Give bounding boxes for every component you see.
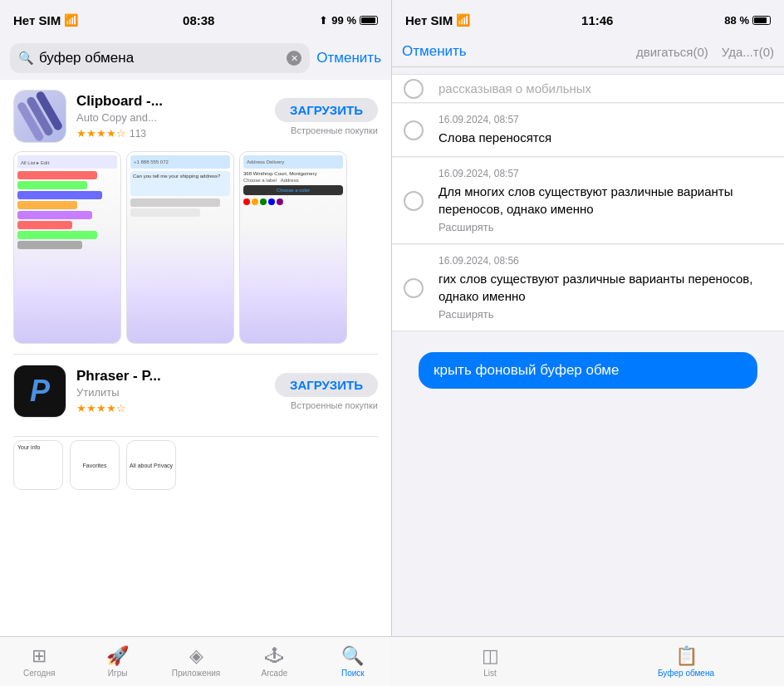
left-carrier-info: Нет SIM 📶 — [13, 13, 78, 27]
get-button-col-phraser: ЗАГРУЗИТЬ Встроенные покупки — [275, 373, 378, 410]
right-time: 11:46 — [581, 13, 613, 27]
right-panel: Нет SIM 📶 11:46 88 % Отменить двигаться(… — [392, 0, 784, 686]
clip-radio[interactable] — [404, 278, 424, 298]
stars-row: ★★★★☆ — [76, 402, 265, 414]
get-button-clipboard[interactable]: ЗАГРУЗИТЬ — [275, 98, 378, 122]
right-carrier-info: Нет SIM 📶 — [405, 13, 470, 27]
games-icon: 🚀 — [106, 645, 129, 667]
phraser-logo: P — [30, 374, 50, 409]
app-screenshots: All List ▸ Edit +1 888 555 072 C — [13, 151, 378, 344]
tab-apps[interactable]: ◈ Приложения — [157, 637, 235, 686]
search-cancel-button[interactable]: Отменить — [316, 50, 381, 66]
list-item: 16.09.2024, 08:57 Слова переносятся — [392, 104, 784, 157]
app-icon-phraser[interactable]: P — [13, 365, 66, 418]
apps-icon: ◈ — [189, 645, 203, 667]
list-tab-icon: ◫ — [482, 645, 499, 667]
tab-today-label: Сегодня — [23, 669, 55, 678]
app-item-main: Clipboard -... Auto Copy and... ★★★★☆ 11… — [13, 90, 378, 143]
tab-search-label: Поиск — [341, 669, 365, 678]
toolbar-move-button[interactable]: двигаться(0) — [636, 45, 708, 59]
app-name: Phraser - P... — [76, 368, 265, 385]
clip-date: 16.09.2024, 08:57 — [439, 114, 771, 125]
list-item: 16.09.2024, 08:57 Для многих слов сущест… — [392, 158, 784, 244]
right-toolbar: Отменить двигаться(0) Уда...т(0) — [392, 37, 784, 67]
buffer-tab-icon: 📋 — [675, 645, 698, 667]
tab-games[interactable]: 🚀 Игры — [78, 637, 156, 686]
today-icon: ⊞ — [32, 645, 47, 667]
status-bar-left: Нет SIM 📶 08:38 ⬆ 99 % — [0, 0, 391, 37]
left-carrier: Нет SIM — [13, 13, 61, 27]
search-input[interactable]: буфер обмена — [39, 50, 282, 66]
status-bar-right: Нет SIM 📶 11:46 88 % — [392, 0, 784, 37]
right-battery-icon — [752, 16, 771, 25]
search-icon: 🔍 — [18, 51, 34, 66]
clip-text: Для многих слов существуют различные вар… — [439, 183, 771, 218]
toolbar-delete-button[interactable]: Уда...т(0) — [722, 45, 774, 59]
tab-arcade[interactable]: 🕹 Arcade — [235, 637, 313, 686]
list-item: 16.09.2024, 08:56 гих слов существуют ра… — [392, 245, 784, 331]
clip-expand[interactable]: Расширять — [439, 221, 771, 233]
right-wifi-icon: 📶 — [456, 13, 470, 27]
tab-arcade-label: Arcade — [262, 669, 288, 678]
clip-radio[interactable] — [404, 120, 424, 140]
tab-today[interactable]: ⊞ Сегодня — [0, 637, 78, 686]
clip-text: рассказывая о мобильных — [439, 80, 771, 97]
right-carrier: Нет SIM — [405, 13, 453, 27]
clear-search-button[interactable]: ✕ — [287, 51, 301, 66]
get-button-col: ЗАГРУЗИТЬ Встроенные покупки — [275, 98, 378, 135]
toolbar-cancel-button[interactable]: Отменить — [402, 43, 467, 60]
right-tab-buffer-label: Буфер обмена — [658, 669, 714, 678]
app-info-phraser: Phraser - P... Утилиты ★★★★☆ — [76, 368, 265, 414]
right-bottom-tabs: ◫ List 📋 Буфер обмена — [392, 636, 784, 686]
left-battery-pct: 99 % — [331, 14, 356, 27]
clip-date: 16.09.2024, 08:56 — [439, 255, 771, 267]
left-panel: Нет SIM 📶 08:38 ⬆ 99 % 🔍 буфер обмена ✕ … — [0, 0, 392, 686]
list-item: рассказывая о мобильных — [392, 74, 784, 103]
right-tab-list[interactable]: ◫ List — [392, 637, 588, 686]
in-app-label-phraser: Встроенные покупки — [291, 400, 378, 410]
left-battery-icon — [360, 16, 378, 25]
review-count: 113 — [130, 128, 146, 140]
app-subtitle: Auto Copy and... — [76, 111, 265, 124]
right-battery-pct: 88 % — [724, 14, 749, 27]
list-item: P Phraser - P... Утилиты ★★★★☆ ЗАГРУЗИТЬ… — [0, 355, 391, 436]
app-item-main-phraser: P Phraser - P... Утилиты ★★★★☆ ЗАГРУЗИТЬ… — [13, 365, 378, 418]
app-subtitle: Утилиты — [76, 386, 265, 399]
list-item: Your info Favorites All about Privacy — [0, 437, 391, 503]
right-tab-buffer[interactable]: 📋 Буфер обмена — [588, 637, 784, 686]
right-tab-list-label: List — [483, 669, 497, 678]
stars-icon: ★★★★☆ — [76, 402, 126, 414]
get-button-phraser[interactable]: ЗАГРУЗИТЬ — [275, 373, 378, 397]
stars-row: ★★★★☆ 113 — [76, 127, 265, 140]
screenshot-3: Address Delivery 368 Winthrop Court, Mon… — [239, 151, 347, 344]
clip-date: 16.09.2024, 08:57 — [439, 168, 771, 179]
app-icon-clipboard[interactable] — [13, 90, 66, 143]
bubble-container: крыть фоновый буфер обме — [392, 332, 784, 409]
clipboard-list: рассказывая о мобильных 16.09.2024, 08:5… — [392, 67, 784, 636]
stars-icon: ★★★★☆ — [76, 127, 126, 140]
search-bar: 🔍 буфер обмена ✕ Отменить — [0, 37, 391, 80]
left-time: 08:38 — [183, 13, 214, 27]
app-info-clipboard: Clipboard -... Auto Copy and... ★★★★☆ 11… — [76, 93, 265, 140]
clip-radio[interactable] — [404, 79, 424, 99]
in-app-label: Встроенные покупки — [291, 125, 378, 135]
left-wifi-icon: 📶 — [64, 13, 78, 27]
list-item: Clipboard -... Auto Copy and... ★★★★☆ 11… — [0, 80, 391, 354]
left-status-right: ⬆ 99 % — [319, 14, 378, 27]
clip-radio[interactable] — [404, 191, 424, 211]
clip-expand[interactable]: Расширять — [439, 308, 771, 321]
arcade-icon: 🕹 — [265, 645, 283, 667]
screenshot-2: +1 888 555 072 Can you tell me your ship… — [126, 151, 234, 344]
blue-bubble: крыть фоновый буфер обме — [419, 352, 757, 389]
tab-games-label: Игры — [108, 669, 128, 678]
tab-search[interactable]: 🔍 Поиск — [314, 637, 392, 686]
app-name: Clipboard -... — [76, 93, 265, 110]
search-tab-icon: 🔍 — [341, 645, 364, 667]
screenshot-1: All List ▸ Edit — [13, 151, 121, 344]
right-status-right: 88 % — [724, 14, 771, 27]
search-field[interactable]: 🔍 буфер обмена ✕ — [10, 43, 310, 73]
left-location-icon: ⬆ — [319, 14, 328, 27]
clip-text: Слова переносятся — [439, 129, 771, 146]
app-list: Clipboard -... Auto Copy and... ★★★★☆ 11… — [0, 80, 391, 686]
clip-text: гих слов существуют различные варианты п… — [439, 270, 771, 305]
